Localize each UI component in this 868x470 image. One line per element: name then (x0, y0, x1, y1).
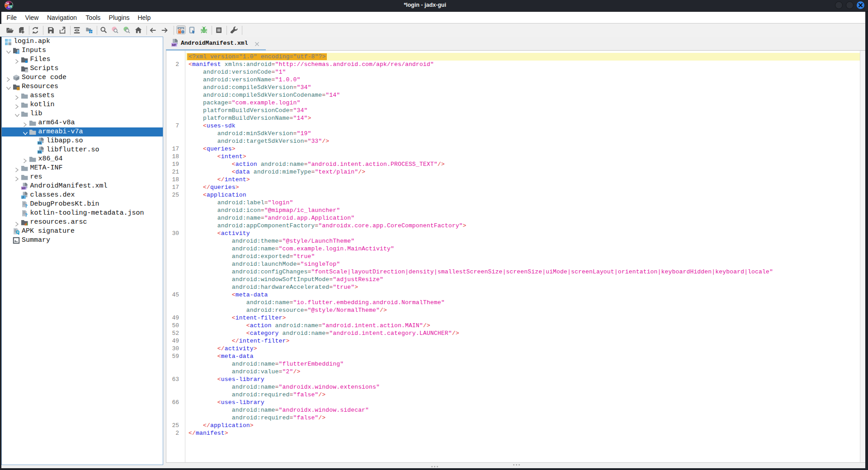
svg-text:JA: JA (5, 2, 9, 5)
svg-text:J: J (22, 195, 24, 199)
svg-text:MF: MF (172, 43, 177, 47)
svg-text:?: ? (25, 203, 28, 208)
svg-text:01: 01 (38, 141, 42, 145)
svg-text:DX: DX (8, 5, 12, 8)
svg-text:01: 01 (38, 150, 42, 154)
svg-text:?: ? (25, 212, 28, 217)
svg-text:MF: MF (22, 187, 26, 190)
